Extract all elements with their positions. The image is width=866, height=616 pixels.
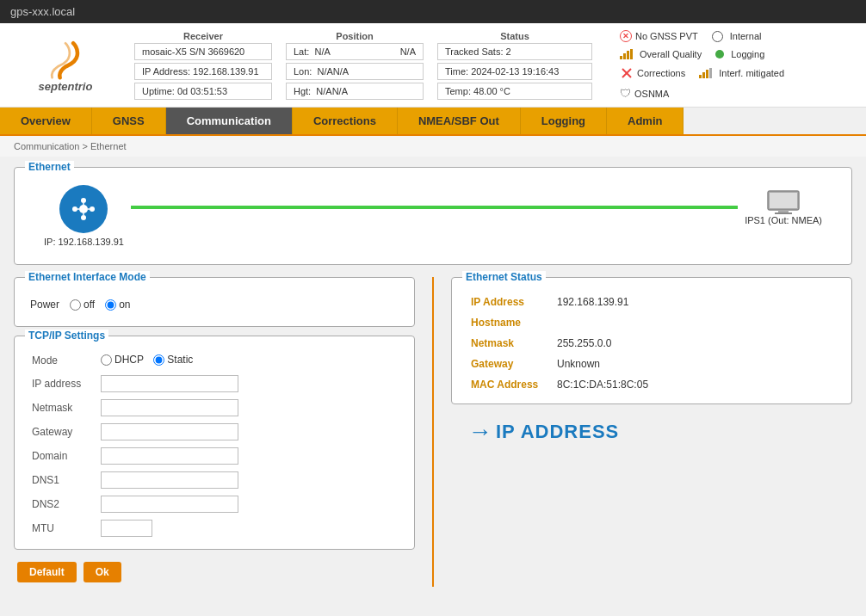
nav-nmea-link[interactable]: NMEA/SBF Out [398, 108, 521, 134]
power-off-radio[interactable] [70, 299, 81, 311]
eth-status-ip-row: IP Address 192.168.139.91 [464, 292, 839, 312]
breadcrumb: Communication > Ethernet [0, 136, 866, 157]
position-lat: Lat: N/AN/A [286, 43, 424, 60]
tcpip-domain-input[interactable] [101, 447, 238, 465]
eth-status-hostname-row: Hostname [464, 312, 839, 333]
dhcp-option[interactable]: DHCP [101, 354, 144, 366]
eth-status-netmask-value: 255.255.0.0 [550, 333, 839, 354]
eth-ip-label: IP: 192.168.139.91 [44, 237, 124, 247]
logging-status: Logging [715, 49, 764, 59]
eth-device-svg [766, 189, 801, 215]
nav-communication-link[interactable]: Communication [166, 108, 293, 134]
eth-status-netmask-row: Netmask 255.255.0.0 [464, 333, 839, 354]
static-option[interactable]: Static [153, 354, 193, 366]
nav-corrections[interactable]: Corrections [293, 108, 398, 134]
position-title: Position [286, 31, 424, 41]
power-on-label: on [119, 299, 130, 311]
interf-mitigated-label: Interf. mitigated [719, 68, 784, 78]
power-off-option[interactable]: off [70, 299, 95, 311]
status-tracked-sats: Tracked Sats: 2 [437, 43, 592, 60]
breadcrumb-separator: > [82, 141, 90, 151]
tcpip-dns1-input[interactable]: 0.0.0.0 [101, 471, 238, 489]
nav-gnss-link[interactable]: GNSS [92, 108, 166, 134]
ip-annotation: ← IP ADDRESS [468, 418, 852, 446]
vertical-divider [432, 277, 434, 587]
overall-quality-icon [620, 49, 633, 59]
eth-status-hostname-label: Hostname [464, 312, 550, 333]
tcpip-netmask-row: Netmask 255.255.0.0 [27, 396, 402, 420]
svg-rect-12 [770, 193, 797, 208]
logo-text: septentrio [39, 80, 93, 93]
eth-network-icon [59, 185, 108, 233]
navbar: Overview GNSS Communication Corrections … [0, 108, 866, 136]
power-on-option[interactable]: on [105, 299, 130, 311]
nav-admin-link[interactable]: Admin [607, 108, 684, 134]
tcpip-mode-options: DHCP Static [96, 350, 402, 372]
eth-status-box: Ethernet Status IP Address 192.168.139.9… [451, 277, 852, 404]
eth-icon-group: IP: 192.168.139.91 [44, 185, 124, 247]
tcpip-gateway-input[interactable]: 0.0.0.0 [101, 423, 238, 440]
tcpip-dns1-label: DNS1 [27, 468, 96, 492]
action-buttons: Default Ok [14, 562, 415, 582]
tcpip-mode-label: Mode [27, 350, 96, 372]
svg-point-3 [81, 198, 86, 203]
power-on-radio[interactable] [105, 299, 116, 311]
dhcp-radio[interactable] [101, 354, 112, 366]
status-row-2: Overall Quality Logging [620, 49, 784, 59]
two-col-layout: Ethernet Interface Mode Power off on [14, 277, 852, 587]
titlebar: gps-xxx.local [0, 0, 866, 23]
osnma-status: 🛡 OSNMA [620, 87, 669, 100]
nav-gnss[interactable]: GNSS [92, 108, 166, 134]
nav-overview[interactable]: Overview [0, 108, 92, 134]
status-time: Time: 2024-02-13 19:16:43 [437, 63, 592, 80]
svg-rect-13 [778, 210, 789, 213]
eth-status-ip-value: 192.168.139.91 [550, 292, 839, 312]
header: septentrio Receiver mosaic-X5 S/N 366962… [0, 23, 866, 108]
default-button[interactable]: Default [17, 562, 77, 582]
internal-status: Internal [712, 31, 762, 42]
ip-annotation-arrow-icon: ← [468, 418, 492, 446]
power-off-label: off [84, 299, 95, 311]
tcpip-mtu-row: MTU 0 [27, 516, 402, 540]
nav-corrections-link[interactable]: Corrections [293, 108, 398, 134]
nav-communication[interactable]: Communication [166, 108, 293, 134]
receiver-panel: Receiver mosaic-X5 S/N 3669620 IP Addres… [134, 31, 272, 100]
receiver-ip: IP Address: 192.168.139.91 [134, 63, 272, 80]
nav-logging-link[interactable]: Logging [521, 108, 607, 134]
status-title: Status [437, 31, 592, 41]
no-gnss-pvt-label: No GNSS PVT [635, 31, 698, 41]
ok-button[interactable]: Ok [84, 562, 121, 582]
position-panel: Position Lat: N/AN/A Lon: N/AN/A Hgt: N/… [286, 31, 424, 100]
nav-admin[interactable]: Admin [607, 108, 684, 134]
no-gnss-pvt-status: ✕ No GNSS PVT [620, 30, 698, 42]
tcpip-dns2-row: DNS2 0.0.0.0 [27, 492, 402, 516]
septentrio-logo [44, 37, 87, 80]
status-panel: Status Tracked Sats: 2 Time: 2024-02-13 … [437, 31, 592, 100]
main-content: Ethernet IP: [0, 157, 866, 597]
eth-status-gateway-label: Gateway [464, 354, 550, 374]
tcpip-ip-input[interactable]: 192.168.139.91 [101, 375, 238, 392]
ethernet-box: Ethernet IP: [14, 167, 852, 265]
tcpip-netmask-input[interactable]: 255.255.0.0 [101, 399, 238, 416]
tcpip-gateway-label: Gateway [27, 420, 96, 444]
tcpip-mtu-input[interactable]: 0 [101, 520, 152, 537]
logging-icon [715, 50, 724, 59]
status-row-4: 🛡 OSNMA [620, 87, 784, 100]
eth-status-legend: Ethernet Status [462, 271, 546, 283]
tcpip-dns2-input[interactable]: 0.0.0.0 [101, 496, 238, 513]
eth-status-table: IP Address 192.168.139.91 Hostname Netma… [464, 292, 839, 395]
tcpip-ip-label: IP address [27, 372, 96, 396]
nav-logging[interactable]: Logging [521, 108, 607, 134]
dhcp-label: DHCP [114, 354, 144, 366]
eth-connection-line [131, 206, 738, 209]
nav-overview-link[interactable]: Overview [0, 108, 92, 134]
nav-nmea-sbf[interactable]: NMEA/SBF Out [398, 108, 521, 134]
breadcrumb-communication[interactable]: Communication [14, 141, 79, 151]
breadcrumb-ethernet: Ethernet [90, 141, 127, 151]
internal-icon [712, 31, 723, 42]
ethernet-legend: Ethernet [25, 161, 74, 173]
left-column: Ethernet Interface Mode Power off on [14, 277, 415, 582]
static-radio[interactable] [153, 354, 164, 366]
eth-status-mac-label: MAC Address [464, 374, 550, 395]
logging-label: Logging [731, 49, 764, 59]
